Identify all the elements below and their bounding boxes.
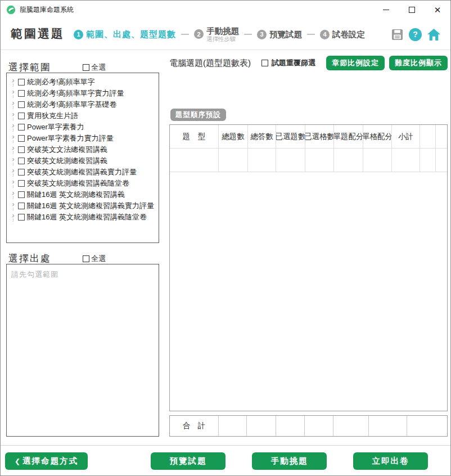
app-logo-icon	[6, 5, 16, 15]
range-tree-item[interactable]: ›統測必考!高頻率單字基礎卷	[10, 99, 159, 110]
step-2-circle: 2	[194, 29, 204, 39]
manual-pick-button[interactable]: 手動挑題	[252, 452, 327, 470]
range-tree-item[interactable]: ›統測必考!高頻率單字	[10, 77, 159, 88]
footer-bar: ❮選擇命題方式 預覽試題 手動挑題 立即出卷	[1, 445, 450, 475]
range-item-checkbox[interactable]	[18, 101, 25, 108]
duplicate-filter-checkbox[interactable]	[261, 60, 268, 66]
total-cell	[369, 416, 407, 436]
range-item-label: 突破英文文法總複習講義	[27, 145, 107, 155]
step-2[interactable]: 2 手動挑題 選擇性步驟	[194, 26, 239, 43]
expand-chevron-icon[interactable]: ›	[12, 145, 15, 151]
range-tree-item[interactable]: ›突破英文統測總複習講義實力評量	[10, 167, 159, 178]
range-item-label: Power單字素養力實力評量	[27, 133, 114, 143]
tree-connector	[13, 208, 13, 210]
range-item-checkbox[interactable]	[18, 191, 25, 198]
range-tree-item[interactable]: ›關鍵16週 英文統測總複習講義	[10, 189, 159, 200]
step-indicator: 1 範圍、出處、題型題數 2 手動挑題 選擇性步驟 3 預覽試題 4 試卷設定	[74, 19, 365, 50]
title-bar: 龍騰題庫命題系統 ✕	[1, 1, 450, 19]
expand-chevron-icon[interactable]: ›	[12, 78, 15, 83]
range-section-title: 選擇範圍	[8, 61, 51, 74]
expand-chevron-icon[interactable]: ›	[12, 201, 15, 207]
table-cell	[436, 149, 447, 172]
step-3[interactable]: 3 預覽試題	[257, 29, 302, 40]
range-tree-item[interactable]: ›突破英文文法總複習講義	[10, 144, 159, 155]
range-item-checkbox[interactable]	[18, 203, 25, 209]
expand-chevron-icon[interactable]: ›	[12, 213, 15, 218]
range-item-checkbox[interactable]	[18, 180, 25, 187]
back-chevron-icon: ❮	[15, 457, 20, 465]
source-list-box[interactable]: 請先勾選範圍	[6, 264, 159, 437]
total-cell	[276, 416, 305, 436]
range-tree-item[interactable]: ›統測必考!高頻率單字實力評量	[10, 88, 159, 99]
expand-chevron-icon[interactable]: ›	[12, 100, 15, 106]
range-tree-item[interactable]: ›關鍵16週 英文統測總複習講義實力評量	[10, 200, 159, 212]
back-to-method-button[interactable]: ❮選擇命題方式	[5, 452, 88, 470]
range-item-checkbox[interactable]	[18, 214, 25, 221]
col-header-subtotal: 小計	[392, 125, 420, 149]
range-item-label: 突破英文統測總複習講義實力評量	[27, 167, 137, 177]
step-4-label: 試卷設定	[332, 29, 365, 40]
range-tree-item[interactable]: ›Power單字素養力實力評量	[10, 133, 159, 144]
range-item-checkbox[interactable]	[18, 113, 25, 119]
range-select-all[interactable]: 全選	[83, 62, 106, 73]
tree-connector	[13, 163, 13, 165]
total-row: 合 計	[169, 415, 448, 437]
step-dash	[244, 34, 252, 35]
save-icon[interactable]	[391, 28, 404, 41]
range-item-checkbox[interactable]	[18, 169, 25, 176]
range-item-checkbox[interactable]	[18, 146, 25, 153]
minimize-button[interactable]	[373, 1, 399, 19]
tree-connector	[13, 106, 13, 109]
range-item-checkbox[interactable]	[18, 79, 25, 86]
step-2-label: 手動挑題 選擇性步驟	[206, 26, 239, 43]
source-select-all[interactable]: 全選	[83, 254, 106, 264]
source-select-all-label: 全選	[91, 254, 106, 264]
total-cell	[247, 416, 276, 436]
table-cell	[305, 149, 334, 172]
question-type-order-tag[interactable]: 題型順序預設	[170, 109, 226, 121]
expand-chevron-icon[interactable]: ›	[12, 168, 15, 173]
range-tree-item[interactable]: ›實用狄克生片語	[10, 110, 159, 122]
range-item-label: 統測必考!高頻率單字	[27, 77, 95, 87]
range-item-checkbox[interactable]	[18, 135, 25, 142]
step-4[interactable]: 4 試卷設定	[320, 29, 365, 40]
range-section-header: 選擇範圍 全選	[8, 61, 159, 74]
expand-chevron-icon[interactable]: ›	[12, 89, 15, 95]
step-3-circle: 3	[257, 30, 267, 39]
range-item-label: 突破英文統測總複習講義	[27, 156, 107, 166]
range-item-checkbox[interactable]	[18, 90, 25, 97]
table-cell	[392, 149, 420, 172]
range-item-checkbox[interactable]	[18, 124, 25, 131]
range-tree-item[interactable]: ›突破英文統測總複習講義隨堂卷	[10, 178, 159, 189]
expand-chevron-icon[interactable]: ›	[12, 111, 15, 117]
expand-chevron-icon[interactable]: ›	[12, 190, 15, 196]
close-button[interactable]: ✕	[425, 1, 450, 19]
expand-chevron-icon[interactable]: ›	[12, 156, 15, 162]
table-cell	[219, 149, 248, 172]
expand-chevron-icon[interactable]: ›	[12, 179, 15, 185]
maximize-button[interactable]	[399, 1, 425, 19]
help-icon[interactable]: ?	[409, 28, 422, 41]
chapter-ratio-button[interactable]: 章節比例設定	[326, 56, 385, 70]
range-item-label: 關鍵16週 英文統測總複習講義	[27, 190, 125, 200]
minimize-icon	[383, 10, 389, 10]
range-tree-item[interactable]: ›Power單字素養力	[10, 122, 159, 133]
maximize-icon	[409, 7, 415, 13]
generate-exam-button[interactable]: 立即出卷	[353, 452, 428, 470]
range-tree-item[interactable]: ›關鍵16週 英文統測總複習講義隨堂卷	[10, 212, 159, 223]
home-icon[interactable]	[427, 28, 441, 41]
source-select-all-checkbox[interactable]	[83, 255, 89, 262]
range-item-checkbox[interactable]	[18, 158, 25, 164]
tree-connector	[13, 151, 13, 154]
col-header-empty	[436, 125, 447, 149]
range-select-all-checkbox[interactable]	[83, 64, 89, 71]
range-tree-item[interactable]: ›突破英文統測總複習講義	[10, 155, 159, 167]
expand-chevron-icon[interactable]: ›	[12, 134, 15, 140]
expand-chevron-icon[interactable]: ›	[12, 123, 15, 128]
tree-connector	[13, 140, 13, 143]
question-type-table-empty-row	[170, 149, 447, 172]
difficulty-ratio-button[interactable]: 難度比例顯示	[389, 56, 448, 70]
duplicate-filter[interactable]: 試題重覆篩選	[261, 58, 315, 68]
preview-questions-button[interactable]: 預覽試題	[151, 452, 226, 470]
step-1[interactable]: 1 範圍、出處、題型題數	[74, 29, 176, 40]
